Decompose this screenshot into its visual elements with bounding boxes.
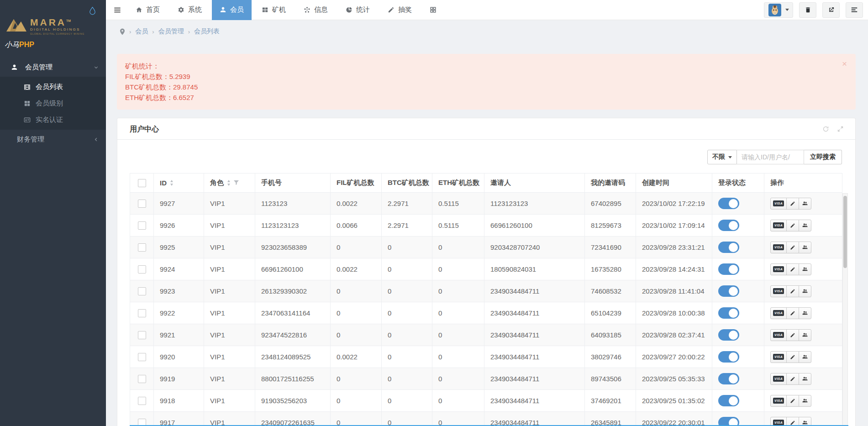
visa-action-button[interactable]: VISA [770, 220, 787, 231]
visa-action-button[interactable]: VISA [770, 198, 787, 210]
edit-button[interactable] [786, 395, 799, 407]
team-button[interactable] [799, 351, 811, 363]
visa-action-button[interactable]: VISA [770, 395, 787, 407]
visa-action-button[interactable]: VISA [770, 242, 787, 253]
row-checkbox[interactable] [138, 221, 146, 230]
table-scrollbar[interactable] [842, 193, 848, 426]
nav-tab-lottery[interactable]: 抽奖 [380, 0, 420, 20]
row-checkbox[interactable] [138, 309, 146, 317]
sidebar-item-label: 会员级别 [36, 99, 63, 108]
team-button[interactable] [799, 242, 811, 253]
column-header-role[interactable]: 角色 [204, 174, 255, 193]
nav-grid-button[interactable] [422, 0, 448, 20]
login-status-toggle[interactable] [718, 373, 739, 384]
login-status-toggle[interactable] [718, 351, 739, 363]
fullscreen-expand-icon[interactable] [837, 126, 844, 132]
cell-created-time: 2023/09/25 05:35:33 [636, 368, 712, 390]
list-menu-button[interactable] [846, 2, 863, 18]
edit-button[interactable] [786, 373, 799, 385]
cell-btc-total: 0 [382, 302, 432, 324]
search-input[interactable] [737, 150, 804, 164]
scope-filter-dropdown[interactable]: 不限 [707, 150, 737, 164]
row-checkbox[interactable] [138, 200, 146, 208]
row-checkbox[interactable] [138, 353, 146, 361]
visa-action-button[interactable]: VISA [770, 351, 787, 363]
team-button[interactable] [799, 198, 811, 210]
cell-id: 9920 [154, 346, 204, 368]
login-status-toggle[interactable] [718, 307, 739, 319]
login-status-toggle[interactable] [718, 417, 739, 426]
edit-button[interactable] [786, 285, 799, 297]
nav-tab-message[interactable]: 信息 [296, 0, 336, 20]
cell-eth-total: 0 [432, 346, 484, 368]
breadcrumb-member-list[interactable]: 会员列表 [194, 27, 220, 36]
team-button[interactable] [799, 373, 811, 385]
sidebar-item-finance-management[interactable]: 财务管理 [0, 130, 106, 149]
visa-action-button[interactable]: VISA [770, 373, 787, 385]
breadcrumb-member[interactable]: 会员 [135, 27, 148, 36]
scrollbar-thumb[interactable] [843, 196, 847, 268]
trash-button[interactable] [799, 2, 816, 18]
edit-button[interactable] [786, 198, 799, 210]
edit-button[interactable] [786, 220, 799, 231]
droplet-icon[interactable] [89, 6, 96, 16]
row-checkbox[interactable] [138, 375, 146, 383]
row-checkbox[interactable] [138, 287, 146, 295]
team-button[interactable] [799, 220, 811, 231]
row-checkbox[interactable] [138, 397, 146, 405]
edit-button[interactable] [786, 307, 799, 319]
team-button[interactable] [799, 263, 811, 275]
team-button[interactable] [799, 395, 811, 407]
row-checkbox[interactable] [138, 265, 146, 273]
nav-tab-statistics[interactable]: 统计 [338, 0, 378, 20]
login-status-toggle[interactable] [718, 395, 739, 406]
sort-icon[interactable] [227, 180, 231, 186]
column-header-id[interactable]: ID [154, 174, 204, 193]
cell-fil-total: 0.0022 [331, 258, 382, 280]
select-all-checkbox[interactable] [138, 179, 146, 187]
row-actions: VISA [770, 263, 811, 275]
search-button[interactable]: 立即搜索 [804, 150, 842, 164]
row-checkbox[interactable] [138, 243, 146, 252]
filter-funnel-icon[interactable] [234, 180, 239, 185]
refresh-icon[interactable] [822, 126, 829, 132]
edit-button[interactable] [786, 351, 799, 363]
login-status-toggle[interactable] [718, 329, 739, 341]
edit-button[interactable] [786, 242, 799, 253]
nav-tab-member[interactable]: 会员 [212, 0, 252, 20]
edit-button[interactable] [786, 417, 799, 426]
team-button[interactable] [799, 285, 811, 297]
external-link-button[interactable] [822, 2, 840, 18]
breadcrumb-member-management[interactable]: 会员管理 [158, 27, 184, 36]
hamburger-menu-icon[interactable] [113, 6, 121, 14]
login-status-toggle[interactable] [718, 242, 739, 253]
sidebar-item-member-level[interactable]: 会员级别 [0, 95, 106, 111]
visa-action-button[interactable]: VISA [770, 417, 787, 426]
team-button[interactable] [799, 417, 811, 426]
edit-button[interactable] [786, 263, 799, 275]
edit-button[interactable] [786, 329, 799, 341]
sidebar-item-member-management[interactable]: 会员管理 [0, 58, 106, 77]
login-status-toggle[interactable] [718, 220, 739, 231]
cell-invite-code: 81259673 [585, 215, 636, 237]
team-button[interactable] [799, 329, 811, 341]
visa-action-button[interactable]: VISA [770, 329, 787, 341]
nav-tab-home[interactable]: 首页 [128, 0, 168, 20]
login-status-toggle[interactable] [718, 263, 739, 275]
cell-inviter: 2349034484711 [484, 390, 585, 412]
visa-action-button[interactable]: VISA [770, 263, 787, 275]
row-checkbox[interactable] [138, 331, 146, 339]
visa-action-button[interactable]: VISA [770, 285, 787, 297]
visa-icon: VISA [773, 244, 784, 250]
alert-close-icon[interactable]: × [842, 59, 847, 68]
user-avatar-dropdown[interactable] [764, 2, 793, 18]
sidebar-item-member-list[interactable]: 会员列表 [0, 79, 106, 95]
login-status-toggle[interactable] [718, 285, 739, 297]
login-status-toggle[interactable] [718, 198, 739, 209]
nav-tab-miner[interactable]: 矿机 [254, 0, 294, 20]
sidebar-item-identity-verification[interactable]: 实名认证 [0, 111, 106, 128]
nav-tab-system[interactable]: 系统 [170, 0, 210, 20]
visa-action-button[interactable]: VISA [770, 307, 787, 319]
sort-icon[interactable] [170, 180, 174, 186]
team-button[interactable] [799, 307, 811, 319]
